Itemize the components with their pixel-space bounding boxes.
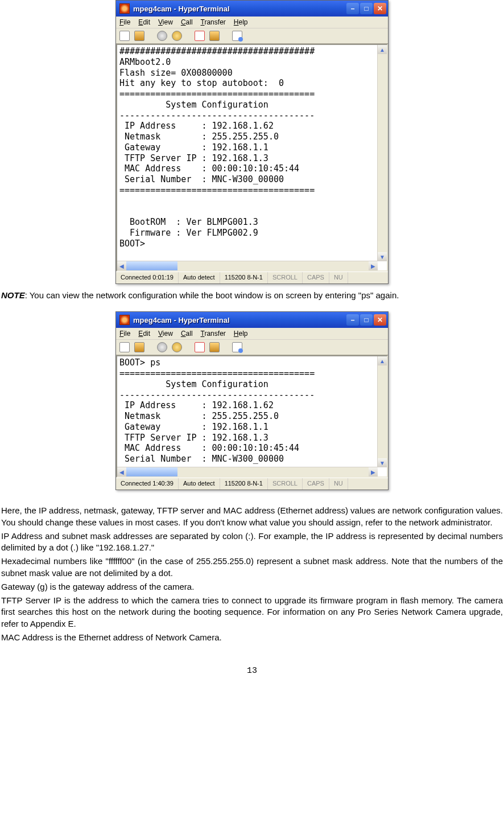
paragraph-5: TFTP Server IP is the address to which t… (1, 595, 503, 630)
vertical-scrollbar[interactable]: ▲ ▼ (377, 356, 387, 467)
scroll-left-arrow-icon[interactable]: ◀ (117, 261, 126, 270)
paragraph-4: Gateway (g) is the gateway address of th… (1, 581, 503, 593)
hyperterminal-window-1: mpeg4cam - HyperTerminal – □ ✕ File Edit… (115, 0, 389, 284)
scroll-thumb[interactable] (126, 261, 177, 270)
status-scroll: SCROLL (268, 272, 303, 283)
window-title: mpeg4cam - HyperTerminal (133, 316, 346, 324)
status-port: 115200 8-N-1 (220, 478, 268, 490)
open-icon[interactable] (134, 342, 144, 352)
window-title: mpeg4cam - HyperTerminal (133, 5, 346, 13)
hyperterminal-window-2: mpeg4cam - HyperTerminal – □ ✕ File Edit… (115, 311, 389, 490)
menu-bar: File Edit View Call Transfer Help (116, 17, 388, 28)
menu-help[interactable]: Help (234, 18, 248, 26)
menu-bar: File Edit View Call Transfer Help (116, 328, 388, 340)
receive-icon[interactable] (209, 342, 220, 352)
status-bar: Connected 0:01:19 Auto detect 115200 8-N… (116, 272, 388, 283)
status-connected: Connected 1:40:39 (116, 478, 179, 490)
call-icon[interactable] (157, 342, 167, 352)
close-button[interactable]: ✕ (374, 314, 386, 326)
status-num: NU (329, 478, 348, 490)
scroll-thumb[interactable] (126, 467, 177, 476)
status-caps: CAPS (303, 272, 329, 283)
body-text: Here, the IP address, netmask, gateway, … (0, 505, 504, 643)
menu-edit[interactable]: Edit (138, 330, 150, 338)
page-number: 13 (0, 666, 504, 676)
status-bar: Connected 1:40:39 Auto detect 115200 8-N… (116, 478, 388, 490)
menu-help[interactable]: Help (234, 330, 248, 338)
receive-icon[interactable] (209, 31, 220, 41)
scroll-up-arrow-icon[interactable]: ▲ (378, 356, 387, 365)
paragraph-1: Here, the IP address, netmask, gateway, … (1, 505, 503, 528)
paragraph-3: Hexadecimal numbers like "ffffff00" (in … (1, 556, 503, 579)
disconnect-icon[interactable] (172, 342, 182, 352)
menu-edit[interactable]: Edit (138, 18, 150, 26)
toolbar (116, 340, 388, 355)
scroll-down-arrow-icon[interactable]: ▼ (378, 252, 387, 261)
close-button[interactable]: ✕ (374, 3, 386, 14)
status-detect: Auto detect (179, 478, 220, 490)
status-num: NU (329, 272, 348, 283)
menu-file[interactable]: File (119, 18, 130, 26)
status-port: 115200 8-N-1 (220, 272, 268, 283)
horizontal-scrollbar[interactable]: ◀ ▶ (117, 467, 378, 476)
vertical-scrollbar[interactable]: ▲ ▼ (377, 45, 387, 261)
menu-file[interactable]: File (119, 330, 130, 338)
scroll-down-arrow-icon[interactable]: ▼ (378, 458, 387, 467)
maximize-button[interactable]: □ (360, 3, 373, 14)
terminal-output[interactable]: ###################################### A… (117, 45, 387, 270)
titlebar[interactable]: mpeg4cam - HyperTerminal – □ ✕ (116, 1, 388, 17)
new-icon[interactable] (119, 342, 130, 352)
note-label: NOTE (1, 290, 25, 300)
scroll-up-arrow-icon[interactable]: ▲ (378, 45, 387, 54)
app-icon (119, 3, 130, 14)
new-icon[interactable] (119, 31, 130, 41)
titlebar[interactable]: mpeg4cam - HyperTerminal – □ ✕ (116, 312, 388, 328)
terminal-output[interactable]: BOOT> ps ===============================… (117, 356, 387, 476)
status-connected: Connected 0:01:19 (116, 272, 179, 283)
note-paragraph: NOTE: You can view the network configura… (0, 290, 504, 301)
maximize-button[interactable]: □ (360, 314, 373, 326)
paragraph-6: MAC Address is the Ethernet address of N… (1, 632, 503, 643)
open-icon[interactable] (134, 31, 144, 41)
status-caps: CAPS (303, 478, 329, 490)
call-icon[interactable] (157, 31, 167, 41)
scroll-right-arrow-icon[interactable]: ▶ (369, 467, 378, 476)
terminal-area: BOOT> ps ===============================… (116, 355, 388, 478)
menu-view[interactable]: View (158, 18, 173, 26)
status-detect: Auto detect (179, 272, 220, 283)
send-icon[interactable] (195, 342, 205, 352)
menu-transfer[interactable]: Transfer (201, 18, 226, 26)
menu-transfer[interactable]: Transfer (201, 330, 226, 338)
minimize-button[interactable]: – (346, 3, 359, 14)
minimize-button[interactable]: – (346, 314, 359, 326)
menu-call[interactable]: Call (181, 18, 193, 26)
scroll-right-arrow-icon[interactable]: ▶ (369, 261, 378, 270)
horizontal-scrollbar[interactable]: ◀ ▶ (117, 261, 378, 270)
status-scroll: SCROLL (268, 478, 303, 490)
app-icon (119, 315, 130, 325)
note-text: : You can view the network configuration… (25, 290, 399, 300)
send-icon[interactable] (195, 31, 205, 41)
properties-icon[interactable] (232, 342, 242, 352)
properties-icon[interactable] (232, 31, 242, 41)
menu-call[interactable]: Call (181, 330, 193, 338)
scroll-left-arrow-icon[interactable]: ◀ (117, 467, 126, 476)
toolbar (116, 28, 388, 44)
paragraph-2: IP Address and subnet mask addresses are… (1, 531, 503, 554)
disconnect-icon[interactable] (172, 31, 182, 41)
menu-view[interactable]: View (158, 330, 173, 338)
terminal-area: ###################################### A… (116, 44, 388, 272)
